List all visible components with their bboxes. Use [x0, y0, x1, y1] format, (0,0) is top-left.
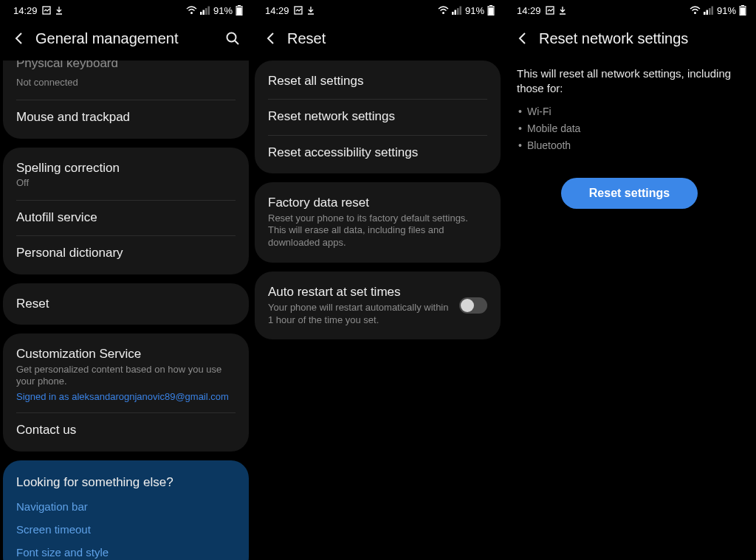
signal-icon	[452, 6, 462, 15]
subtext: Off	[16, 177, 236, 190]
download-icon	[559, 6, 566, 15]
battery-percent: 91%	[213, 5, 233, 16]
header: Reset	[252, 21, 504, 61]
row-factory-data-reset[interactable]: Factory data reset Reset your phone to i…	[255, 185, 501, 260]
download-icon	[307, 6, 315, 15]
subtext: Get personalized content based on how yo…	[16, 364, 236, 389]
row-contact-us[interactable]: Contact us	[3, 412, 249, 448]
label: Reset	[16, 297, 236, 311]
screenshot-icon	[294, 6, 303, 15]
svg-rect-2	[200, 12, 202, 15]
label: Reset all settings	[268, 74, 487, 89]
search-button[interactable]	[224, 30, 241, 47]
label: Reset network settings	[268, 109, 487, 124]
row-reset-accessibility-settings[interactable]: Reset accessibility settings	[255, 135, 501, 170]
signed-in-link[interactable]: Signed in as aleksandarognjanovic89@gmai…	[16, 391, 236, 402]
svg-rect-13	[454, 10, 456, 15]
signal-icon	[704, 6, 714, 15]
page-title: General management	[35, 30, 224, 47]
quicklink-screen-timeout[interactable]: Screen timeout	[16, 523, 236, 536]
row-physical-keyboard[interactable]: Physical keyboard Not connected	[3, 61, 249, 100]
label: Personal dictionary	[16, 246, 236, 260]
label: Autofill service	[16, 210, 236, 225]
page-title: Reset network settings	[539, 30, 745, 47]
battery-icon	[487, 5, 495, 15]
status-time: 14:29	[517, 5, 541, 16]
row-auto-restart[interactable]: Auto restart at set times Your phone wil…	[255, 274, 501, 336]
svg-rect-8	[237, 7, 242, 15]
svg-point-20	[694, 12, 696, 14]
reset-list: Wi-Fi Mobile data Bluetooth	[517, 106, 742, 151]
card-text-input: Spelling correction Off Autofill service…	[3, 148, 249, 274]
auto-restart-toggle[interactable]	[459, 297, 487, 314]
battery-icon	[236, 5, 243, 15]
svg-point-9	[227, 33, 236, 42]
svg-point-1	[190, 12, 193, 14]
back-button[interactable]	[10, 30, 28, 47]
phone-reset-network: 14:29 91% Reset network settings	[504, 0, 755, 560]
quicklink-navigation-bar[interactable]: Navigation bar	[16, 500, 236, 513]
label: Spelling correction	[16, 161, 236, 176]
row-customization-service[interactable]: Customization Service Get personalized c…	[3, 336, 249, 412]
card-looking-for: Looking for something else? Navigation b…	[3, 460, 249, 560]
reset-network-description: This will reset all network settings, in…	[504, 61, 755, 209]
status-bar: 14:29 91%	[0, 0, 252, 21]
label: Customization Service	[16, 347, 236, 362]
svg-rect-18	[489, 7, 494, 15]
card-input-devices: Physical keyboard Not connected Mouse an…	[3, 61, 249, 139]
phone-reset: 14:29 91% Reset Re	[252, 0, 504, 560]
svg-rect-22	[706, 10, 708, 15]
svg-rect-4	[205, 8, 207, 15]
row-reset-all-settings[interactable]: Reset all settings	[255, 63, 501, 99]
row-personal-dictionary[interactable]: Personal dictionary	[3, 235, 249, 271]
label: Physical keyboard	[16, 61, 236, 71]
back-button[interactable]	[262, 30, 280, 47]
row-reset-network-settings[interactable]: Reset network settings	[255, 99, 501, 134]
reset-settings-button[interactable]: Reset settings	[561, 178, 698, 209]
back-button[interactable]	[514, 30, 532, 47]
battery-percent: 91%	[717, 5, 736, 16]
card-factory-reset: Factory data reset Reset your phone to i…	[255, 182, 501, 263]
row-mouse-trackpad[interactable]: Mouse and trackpad	[3, 100, 249, 135]
label: Auto restart at set times	[268, 285, 449, 300]
screenshot-icon	[42, 6, 51, 15]
svg-rect-15	[459, 7, 461, 15]
signal-icon	[200, 6, 210, 15]
card-services: Customization Service Get personalized c…	[3, 333, 249, 452]
subtext: Your phone will restart automatically wi…	[268, 302, 449, 327]
card-reset: Reset	[3, 283, 249, 325]
description-text: This will reset all network settings, in…	[517, 66, 742, 97]
svg-rect-12	[452, 12, 454, 15]
label: Mouse and trackpad	[16, 110, 236, 125]
label: Factory data reset	[268, 196, 487, 210]
subtext: Reset your phone to its factory default …	[268, 212, 487, 250]
svg-rect-14	[457, 8, 459, 15]
status-time: 14:29	[265, 5, 289, 16]
header: General management	[0, 21, 252, 61]
wifi-icon	[690, 6, 701, 15]
status-bar: 14:29 91%	[504, 0, 755, 21]
svg-rect-3	[202, 10, 205, 15]
subtext: Not connected	[16, 77, 236, 89]
svg-rect-21	[704, 12, 706, 15]
list-item-bluetooth: Bluetooth	[527, 139, 742, 151]
download-icon	[55, 6, 63, 15]
wifi-icon	[438, 6, 449, 15]
row-autofill-service[interactable]: Autofill service	[3, 200, 249, 235]
label: Reset accessibility settings	[268, 145, 487, 160]
svg-point-11	[442, 12, 444, 14]
phone-general-management: 14:29 91% General management	[0, 0, 252, 560]
wifi-icon	[186, 6, 197, 15]
list-item-mobile-data: Mobile data	[527, 122, 742, 134]
status-bar: 14:29 91%	[252, 0, 504, 21]
status-time: 14:29	[13, 5, 38, 16]
header: Reset network settings	[504, 21, 755, 61]
card-reset-options: Reset all settings Reset network setting…	[255, 61, 501, 173]
row-reset[interactable]: Reset	[3, 286, 249, 322]
quicklink-font-size-style[interactable]: Font size and style	[16, 546, 236, 559]
toggle-knob	[461, 299, 474, 312]
svg-rect-23	[709, 8, 711, 15]
battery-icon	[739, 5, 746, 15]
row-spelling-correction[interactable]: Spelling correction Off	[3, 151, 249, 200]
svg-rect-5	[207, 7, 210, 15]
